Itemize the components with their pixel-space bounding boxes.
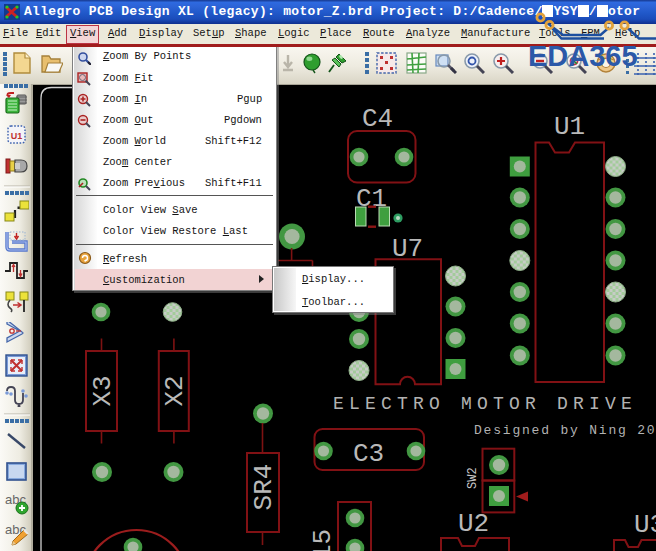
svg-text:15: 15 [308, 529, 338, 551]
svg-text:ELECTRO MOTOR DRIVE: ELECTRO MOTOR DRIVE [333, 394, 637, 414]
svg-text:SR4: SR4 [249, 464, 279, 511]
svg-text:U3: U3 [634, 510, 656, 540]
svg-text:U1: U1 [11, 131, 23, 141]
svg-text:U1: U1 [554, 112, 585, 142]
svg-text:X2: X2 [160, 375, 190, 406]
svg-text:U2: U2 [458, 509, 489, 539]
svg-text:X3: X3 [88, 375, 118, 406]
svg-text:C4: C4 [362, 104, 393, 134]
svg-text:C3: C3 [353, 439, 384, 469]
svg-text:Designed by Ning 20: Designed by Ning 20 [474, 423, 656, 438]
svg-text:SW2: SW2 [466, 467, 480, 489]
